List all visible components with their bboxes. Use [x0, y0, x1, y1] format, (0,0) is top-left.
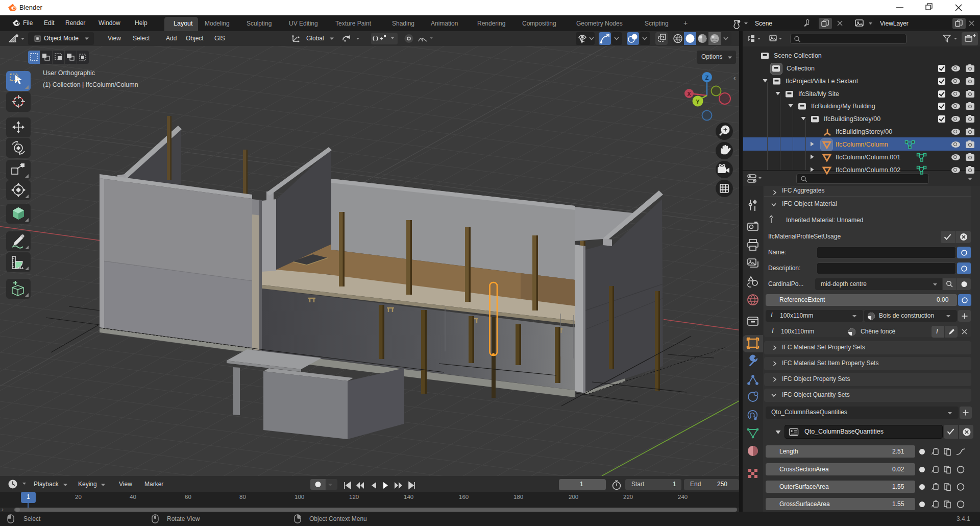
svg-text:Z: Z [705, 75, 708, 81]
svg-text:Y: Y [696, 99, 700, 105]
svg-text:X: X [687, 91, 691, 97]
svg-text:‹: ‹ [733, 74, 736, 82]
